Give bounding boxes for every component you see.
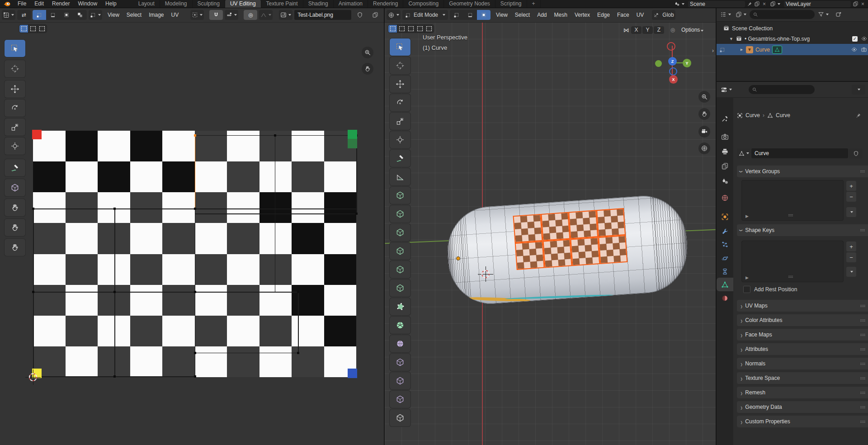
uv-editor-type-button[interactable] — [2, 10, 15, 20]
eye-icon[interactable] — [851, 47, 858, 52]
workspace-tab-compositing[interactable]: Compositing — [403, 0, 444, 8]
panel-grip-icon[interactable] — [859, 360, 866, 367]
selected-face-cell[interactable] — [515, 241, 545, 270]
mode-dropdown[interactable]: Edit Mode — [402, 10, 448, 20]
viewport-annotate-tool[interactable] — [390, 150, 410, 167]
list-expand-icon[interactable]: ▶ — [745, 214, 749, 218]
transform-orientation-dropdown[interactable]: Glob — [652, 10, 675, 20]
breadcrumb-object[interactable]: Curve — [745, 112, 760, 118]
panel-custom-properties[interactable]: ›Custom Properties — [737, 416, 868, 427]
viewport-select-mode-pill-3[interactable] — [415, 25, 425, 33]
mesh-symmetry-icon[interactable]: ⋈ — [623, 27, 629, 33]
uv-2d-cursor[interactable] — [27, 371, 39, 383]
panel-normals[interactable]: ›Normals — [737, 358, 868, 369]
workspace-tab-shading[interactable]: Shading — [303, 0, 334, 8]
properties-tab-material[interactable] — [717, 291, 733, 305]
uv-annotate-tool[interactable] — [5, 159, 25, 176]
menu-render[interactable]: Render — [48, 0, 74, 8]
viewport-shear-tool[interactable] — [390, 391, 410, 408]
viewport-select-mode-pill-4[interactable] — [425, 25, 434, 33]
viewport-edge-slide-tool[interactable] — [390, 354, 410, 371]
uv-rip-region-tool[interactable] — [5, 179, 25, 196]
viewport-pan-hand-icon[interactable] — [698, 108, 710, 120]
viewport-move-tool[interactable] — [390, 76, 410, 93]
editor-divider[interactable] — [717, 81, 868, 82]
copy-viewlayer-button[interactable] — [853, 1, 859, 7]
panel-grip-icon[interactable] — [859, 227, 866, 233]
properties-tab-world[interactable] — [717, 191, 733, 204]
workspace-tab-sculpting[interactable]: Sculpting — [193, 0, 225, 8]
uv-vertex[interactable] — [194, 352, 196, 354]
viewlayer-browse-button[interactable] — [769, 0, 782, 9]
viewport-smooth-tool[interactable] — [390, 335, 410, 352]
uv-edge-selected[interactable] — [195, 135, 196, 208]
panel-grip-icon[interactable] — [859, 404, 866, 411]
properties-search-input[interactable] — [749, 85, 815, 94]
properties-tab-view-layer[interactable] — [717, 159, 733, 173]
panel-grip-icon[interactable] — [859, 331, 866, 338]
selected-face-cell[interactable] — [598, 235, 628, 264]
viewport-menu-vertex[interactable]: Vertex — [571, 10, 594, 20]
outliner-filter-button[interactable] — [816, 9, 830, 19]
uv-menu-select[interactable]: Select — [123, 10, 145, 20]
shape-keys-list[interactable]: ▶ — [741, 241, 844, 282]
uv-select-island-button[interactable] — [73, 10, 87, 20]
workspace-tab-layout[interactable]: Layout — [133, 0, 160, 8]
workspace-tab-geometry-nodes[interactable]: Geometry Nodes — [444, 0, 495, 8]
viewport-camera-icon[interactable] — [698, 126, 710, 137]
workspace-tab-texture-paint[interactable]: Texture Paint — [261, 0, 303, 8]
uv-vertex[interactable] — [113, 208, 116, 210]
list-grip-icon[interactable] — [787, 212, 794, 218]
uv-image-unlink-button[interactable] — [368, 10, 382, 20]
outliner-display-mode-button[interactable] — [719, 9, 732, 19]
breadcrumb-data[interactable]: Curve — [776, 112, 790, 118]
editor-divider[interactable] — [716, 8, 717, 445]
viewport-select-mode-pill-0[interactable] — [388, 25, 397, 33]
uv-vertex[interactable] — [297, 352, 299, 354]
uv-move-tool[interactable] — [5, 80, 25, 98]
viewport-select-box-tool[interactable] — [390, 38, 410, 56]
collection-checkbox[interactable]: ✓ — [852, 36, 858, 42]
add-rest-position-checkbox[interactable] — [743, 286, 750, 293]
uv-pinch-tool[interactable] — [5, 239, 25, 256]
uv-select-face-button[interactable] — [60, 10, 73, 20]
pin-id-icon[interactable] — [855, 113, 861, 118]
uv-vertex-selected[interactable] — [194, 134, 196, 137]
properties-tab-constraints[interactable] — [717, 265, 733, 278]
uv-cursor-tool[interactable] — [5, 60, 25, 77]
uv-vertex[interactable] — [113, 375, 116, 378]
properties-tab-tool[interactable] — [717, 112, 733, 125]
shapekey-remove-button[interactable]: − — [846, 252, 856, 262]
edge-mode-button[interactable] — [463, 10, 477, 20]
viewport-inset-faces-tool[interactable] — [390, 224, 410, 241]
uv-vertex[interactable] — [297, 291, 299, 293]
shapekey-add-button[interactable]: + — [846, 241, 856, 251]
outliner-row-scene-collection[interactable]: Scene Collection — [717, 23, 868, 33]
selected-face-cell[interactable] — [596, 208, 626, 237]
viewport-menu-view[interactable]: View — [492, 10, 511, 20]
viewport-measure-tool[interactable] — [390, 168, 410, 185]
uv-vertex[interactable] — [194, 208, 196, 210]
uv-snap-settings-dropdown[interactable] — [225, 10, 238, 20]
scene-name-field[interactable]: Scene — [688, 1, 745, 7]
outliner-row-curve[interactable]: ▼ ▼ Curve — [717, 44, 868, 55]
mirror-x-toggle[interactable]: X — [631, 26, 642, 34]
selected-face-cell[interactable] — [568, 210, 598, 239]
properties-tab-object[interactable] — [717, 210, 733, 223]
uv-edge[interactable] — [33, 292, 298, 293]
menu-help[interactable]: Help — [101, 0, 121, 8]
uv-vertex[interactable] — [32, 208, 34, 210]
can-object[interactable] — [444, 193, 690, 307]
uv-proportional-falloff-dropdown[interactable] — [259, 10, 273, 20]
viewport-proportional-icon[interactable]: ◎ — [666, 25, 679, 35]
viewport-add-cube-tool[interactable] — [390, 187, 410, 204]
uv-transform-tool[interactable] — [5, 137, 25, 155]
viewport-menu-mesh[interactable]: Mesh — [551, 10, 571, 20]
uv-edge[interactable] — [275, 135, 276, 292]
viewport-editor-type-button[interactable] — [387, 10, 401, 20]
selected-face-cell[interactable] — [542, 239, 572, 268]
viewport-rip-region-tool[interactable] — [390, 409, 410, 426]
new-collection-button[interactable] — [832, 9, 845, 19]
viewport-transform-tool[interactable] — [390, 131, 410, 148]
uv-relax-tool[interactable] — [5, 219, 25, 236]
